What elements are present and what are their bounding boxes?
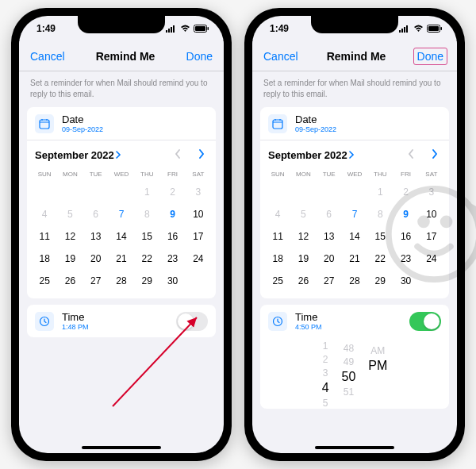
weekday-header: THU	[367, 167, 393, 181]
calendar-day[interactable]: 21	[342, 248, 367, 270]
calendar-day[interactable]: 25	[265, 270, 290, 292]
calendar-day[interactable]: 5	[57, 203, 83, 225]
calendar-day[interactable]: 15	[134, 225, 159, 248]
calendar-day[interactable]: 23	[393, 248, 418, 270]
picker-value[interactable]: 1	[323, 340, 328, 352]
weekday-header: TUE	[317, 167, 342, 181]
calendar-day[interactable]: 13	[317, 225, 342, 248]
picker-value[interactable]: 48	[344, 343, 354, 354]
calendar-day[interactable]: 14	[342, 225, 367, 248]
calendar-day[interactable]: 2	[159, 181, 185, 203]
calendar-day[interactable]: 4	[265, 203, 290, 225]
prev-month-button[interactable]	[405, 147, 417, 163]
calendar-day[interactable]: 8	[367, 203, 393, 225]
month-picker-button[interactable]: September 2022	[268, 149, 355, 161]
svg-rect-15	[404, 27, 405, 33]
picker-value[interactable]: AM	[370, 345, 385, 356]
date-row[interactable]: Date 09-Sep-2022	[27, 107, 216, 140]
time-toggle[interactable]	[176, 312, 208, 331]
calendar-day[interactable]: 22	[134, 248, 159, 270]
picker-value[interactable]: 5	[323, 398, 328, 409]
picker-value[interactable]: 2	[323, 354, 328, 365]
date-row[interactable]: Date 09-Sep-2022	[260, 107, 449, 140]
prev-month-button[interactable]	[171, 147, 184, 163]
next-month-button[interactable]	[428, 147, 441, 163]
calendar-day[interactable]: 16	[159, 225, 185, 248]
month-picker-button[interactable]: September 2022	[35, 149, 121, 161]
calendar-day[interactable]: 14	[109, 225, 134, 248]
time-picker[interactable]: 12345 48495051 AMPM	[260, 337, 449, 409]
calendar-day[interactable]: 2	[393, 181, 418, 203]
calendar-day[interactable]: 11	[265, 225, 290, 248]
picker-value[interactable]: 4	[322, 381, 329, 395]
svg-rect-7	[40, 120, 49, 129]
calendar-grid: SUNMONTUEWEDTHUFRISAT 123456789101112131…	[260, 166, 449, 298]
calendar-day[interactable]: 19	[290, 248, 316, 270]
picker-value[interactable]: 50	[342, 370, 356, 384]
calendar-day[interactable]: 26	[290, 270, 316, 292]
calendar-day[interactable]: 18	[265, 248, 290, 270]
wifi-icon	[180, 25, 190, 33]
calendar-day[interactable]: 15	[367, 225, 393, 248]
calendar-day[interactable]: 17	[186, 225, 211, 248]
cancel-button[interactable]: Cancel	[29, 47, 67, 66]
calendar-day[interactable]: 12	[290, 225, 316, 248]
calendar-day[interactable]: 24	[419, 248, 444, 270]
done-button[interactable]: Done	[413, 48, 447, 65]
cancel-button[interactable]: Cancel	[262, 47, 300, 66]
calendar-day[interactable]: 26	[57, 270, 83, 292]
calendar-day[interactable]: 16	[393, 225, 418, 248]
calendar-day[interactable]: 30	[393, 270, 418, 292]
calendar-day[interactable]: 3	[419, 181, 444, 203]
home-indicator[interactable]	[82, 446, 161, 449]
calendar-day[interactable]: 29	[367, 270, 393, 292]
calendar-day[interactable]: 6	[83, 203, 109, 225]
calendar-day[interactable]: 11	[32, 225, 57, 248]
picker-value[interactable]: 51	[344, 386, 354, 398]
calendar-day[interactable]: 7	[342, 203, 367, 225]
calendar-day[interactable]: 20	[83, 248, 109, 270]
weekday-header: SAT	[419, 167, 444, 181]
calendar-day[interactable]: 10	[186, 203, 211, 225]
calendar-day[interactable]: 12	[57, 225, 83, 248]
calendar-day[interactable]: 21	[109, 248, 134, 270]
calendar-day[interactable]: 1	[367, 181, 393, 203]
calendar-day[interactable]: 18	[32, 248, 57, 270]
calendar-day[interactable]: 4	[32, 203, 57, 225]
calendar-day[interactable]: 23	[159, 248, 185, 270]
calendar-day[interactable]: 24	[186, 248, 211, 270]
chevron-left-icon	[175, 149, 181, 159]
signal-icon	[166, 25, 177, 33]
calendar-day[interactable]: 28	[342, 270, 367, 292]
picker-value[interactable]: PM	[368, 359, 387, 373]
calendar-day[interactable]: 10	[419, 203, 444, 225]
done-button[interactable]: Done	[185, 47, 214, 66]
calendar-day[interactable]: 29	[134, 270, 159, 292]
weekday-header: WED	[342, 167, 367, 181]
calendar-day[interactable]: 7	[109, 203, 134, 225]
calendar-day[interactable]: 9	[393, 203, 418, 225]
calendar-day[interactable]: 17	[419, 225, 444, 248]
calendar-day[interactable]: 27	[317, 270, 342, 292]
calendar-day[interactable]: 5	[290, 203, 316, 225]
calendar-day[interactable]: 19	[57, 248, 83, 270]
calendar-day[interactable]: 13	[83, 225, 109, 248]
picker-value[interactable]: 49	[344, 356, 354, 367]
calendar-day[interactable]: 28	[109, 270, 134, 292]
picker-value[interactable]: 3	[323, 367, 328, 379]
calendar-day[interactable]: 20	[317, 248, 342, 270]
time-toggle[interactable]	[409, 312, 441, 331]
calendar-day[interactable]: 3	[186, 181, 211, 203]
calendar-day	[342, 181, 367, 203]
next-month-button[interactable]	[195, 147, 208, 163]
calendar-day[interactable]: 1	[134, 181, 159, 203]
calendar-day[interactable]: 30	[159, 270, 185, 292]
calendar-day	[32, 181, 57, 203]
calendar-day[interactable]: 25	[32, 270, 57, 292]
home-indicator[interactable]	[315, 446, 394, 449]
calendar-day[interactable]: 8	[134, 203, 159, 225]
calendar-day[interactable]: 9	[159, 203, 185, 225]
calendar-day[interactable]: 22	[367, 248, 393, 270]
calendar-day[interactable]: 6	[317, 203, 342, 225]
calendar-day[interactable]: 27	[83, 270, 109, 292]
